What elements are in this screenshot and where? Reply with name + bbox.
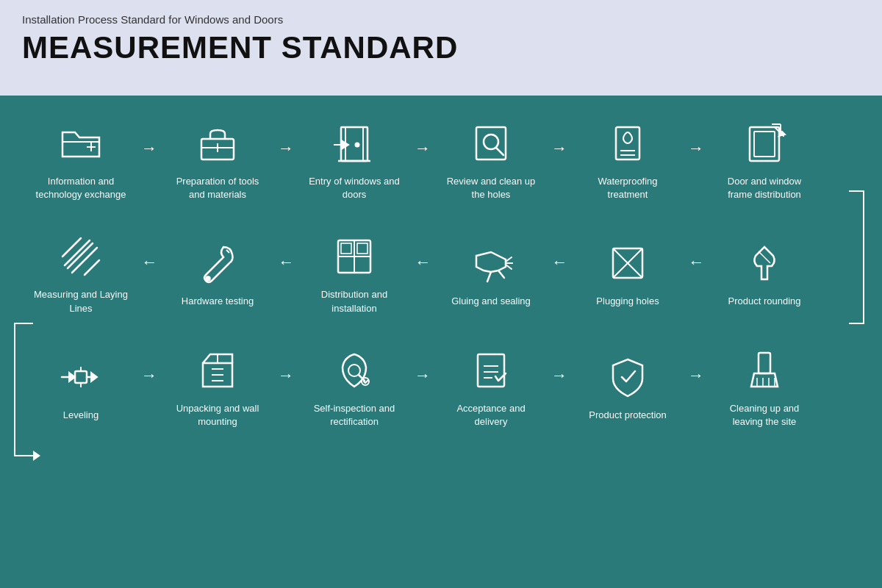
search-icon [465,118,517,169]
folder-icon [55,118,107,169]
step-review-holes: Review and clean up the holes [432,118,550,201]
step-label: Unpacking and wall mounting [170,402,265,429]
process-row-1: Information and technology exchange → Pr… [22,118,860,201]
shield-icon [602,351,653,403]
svg-line-15 [496,148,503,155]
frame-export-icon [739,118,790,169]
step-unpacking: Unpacking and wall mounting [159,345,276,429]
svg-point-10 [356,143,359,147]
step-label: Distribution and installation [306,288,402,315]
broom-icon [739,345,790,396]
glue-gun-icon [465,237,517,289]
square-diagonal-icon [602,237,653,289]
page-header: Installation Process Standard for Window… [0,0,882,96]
step-label: Self-inspection and rectification [306,402,402,429]
step-leveling: Leveling [22,351,140,422]
svg-point-53 [362,378,369,385]
step-tools-prep: Preparation of tools and materials [159,118,276,201]
step-gluing: Gluing and sealing [432,237,550,308]
step-rounding: Product rounding [706,237,823,308]
step-label: Product protection [589,409,667,422]
svg-rect-35 [357,243,368,254]
step-label: Entry of windows and doors [306,175,402,201]
step-label: Plugging holes [596,295,659,308]
svg-line-28 [62,238,81,257]
step-frame-dist: Door and window frame distribution [706,118,823,201]
arrow-left-2: → [278,253,294,272]
svg-line-39 [759,251,770,263]
grid-window-icon [329,231,380,282]
wrench-icon [192,237,243,289]
arrow-2: → [278,139,294,158]
step-label: Measuring and Laying Lines [33,288,129,315]
svg-line-29 [85,260,99,275]
svg-line-25 [65,240,90,265]
step-label: Review and clean up the holes [443,175,539,201]
page-subtitle: Installation Process Standard for Window… [22,13,860,26]
step-waterproofing: Waterproofing treatment [569,118,686,201]
toolbox-icon [192,118,243,169]
arrow-5: → [688,139,704,158]
step-label: Information and technology exchange [33,175,129,201]
arrow-r3-5: → [688,366,704,385]
step-hardware: Hardware testing [159,237,276,308]
step-label: Door and window frame distribution [717,175,812,201]
arrow-4: → [551,139,567,158]
inspect-icon [329,345,380,396]
svg-rect-54 [478,354,504,387]
arrow-r3-3: → [415,366,431,385]
step-measuring: Measuring and Laying Lines [22,231,140,315]
step-label: Waterproofing treatment [580,175,675,201]
main-content: Information and technology exchange → Pr… [0,96,882,588]
process-row-3: Leveling → Unpacking and wall mounting → [22,345,860,429]
ruler-cross-icon [55,231,107,282]
step-self-inspect: Self-inspection and rectification [295,345,413,429]
svg-marker-0 [33,451,40,461]
page-title: MEASUREMENT STANDARD [22,30,860,65]
step-label: Hardware testing [182,295,254,308]
arrow-left-3: → [415,253,431,272]
unpack-icon [192,345,243,396]
process-row-2: Measuring and Laying Lines → Hardware te… [22,231,860,315]
step-label: Cleaning up and leaving the site [717,402,812,429]
step-label: Preparation of tools and materials [170,175,265,201]
svg-marker-44 [91,373,97,381]
level-icon [55,351,107,403]
arrow-left-5: → [688,253,704,272]
step-label: Product rounding [728,295,800,308]
arrow-3: → [415,139,431,158]
svg-rect-20 [754,132,775,157]
arrow-r3-4: → [551,366,567,385]
water-icon [602,118,653,169]
svg-rect-58 [759,353,770,373]
arrow-r3-1: → [141,366,157,385]
step-product-protect: Product protection [569,351,686,422]
svg-marker-12 [343,141,348,148]
arrow-r3-2: → [278,366,294,385]
step-entry-windows: Entry of windows and doors [295,118,413,201]
arrow-left-1: → [141,253,157,272]
step-acceptance: Acceptance and delivery [432,345,550,429]
svg-point-30 [206,276,210,281]
step-label: Acceptance and delivery [443,402,539,429]
svg-rect-34 [341,243,351,254]
step-distribution: Distribution and installation [295,231,413,315]
step-cleaning: Cleaning up and leaving the site [706,345,823,429]
pin-icon [739,237,790,289]
step-label: Leveling [63,409,98,422]
step-info-exchange: Information and technology exchange [22,118,140,201]
step-label: Gluing and sealing [451,295,531,308]
accept-icon [465,345,517,396]
arrow-left-4: → [551,253,567,272]
svg-rect-42 [75,371,87,383]
door-enter-icon [329,118,380,169]
svg-rect-13 [476,127,506,159]
arrow-1: → [141,139,157,158]
step-plugging: Plugging holes [569,237,686,308]
